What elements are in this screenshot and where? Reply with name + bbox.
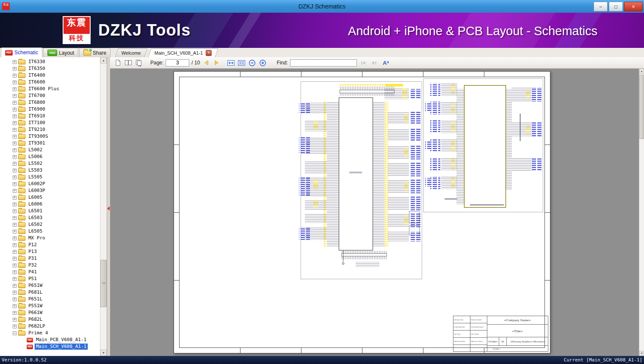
expand-toggle[interactable]: −: [13, 331, 17, 335]
scrollbar-thumb[interactable]: [100, 260, 107, 307]
expand-toggle[interactable]: +: [13, 94, 17, 98]
scrollbar-thumb[interactable]: [639, 75, 644, 139]
expand-toggle[interactable]: +: [13, 169, 17, 172]
scroll-up-icon[interactable]: ▲: [100, 57, 107, 64]
zoom-out-button[interactable]: [248, 58, 256, 67]
tree-item[interactable]: PDF Main_PCB_V608_A1-1: [0, 336, 100, 343]
find-next-icon[interactable]: [370, 58, 378, 67]
expand-toggle[interactable]: +: [13, 257, 17, 261]
expand-toggle[interactable]: +: [13, 87, 17, 91]
text-size-icon[interactable]: Aª: [383, 60, 389, 66]
expand-toggle[interactable]: +: [13, 209, 17, 213]
maximize-button[interactable]: □: [609, 2, 623, 11]
tree-item[interactable]: + P661W: [0, 309, 100, 316]
tree-item[interactable]: + P51: [0, 275, 100, 282]
expand-toggle[interactable]: +: [13, 216, 17, 220]
tree-item[interactable]: + L6006: [0, 201, 100, 208]
expand-toggle[interactable]: +: [13, 128, 17, 132]
page-layout-icon[interactable]: [135, 58, 143, 67]
tab-layout[interactable]: PADS Layout: [43, 48, 78, 57]
expand-toggle[interactable]: +: [13, 203, 17, 206]
schematic-page[interactable]: <Company Name> <Title> <Code> A1 <Drawin…: [174, 71, 550, 353]
tree-item[interactable]: + L5006: [0, 153, 100, 160]
tree-item[interactable]: + L6505: [0, 228, 100, 235]
tree-item[interactable]: + IT6400: [0, 72, 100, 79]
doc-tab-welcome[interactable]: Welcome: [115, 48, 147, 57]
expand-toggle[interactable]: +: [13, 250, 17, 254]
tab-schematic[interactable]: PDF Schematic: [1, 47, 42, 57]
scroll-down-icon[interactable]: ▼: [100, 350, 107, 356]
expand-toggle[interactable]: +: [13, 60, 17, 64]
tree-item[interactable]: + P682LP: [0, 323, 100, 330]
expand-toggle[interactable]: +: [13, 264, 17, 267]
tree-item[interactable]: + IT6600: [0, 79, 100, 86]
tree-item[interactable]: + P41: [0, 269, 100, 275]
tree-item[interactable]: + IT6910: [0, 113, 100, 119]
expand-toggle[interactable]: +: [13, 74, 17, 78]
expand-toggle[interactable]: +: [13, 175, 17, 179]
tree-item[interactable]: + IT9210: [0, 126, 100, 133]
expand-toggle[interactable]: +: [13, 142, 17, 145]
sidebar-scrollbar[interactable]: ▲ ▼: [100, 57, 107, 356]
tree-item[interactable]: + P651L: [0, 296, 100, 303]
expand-toggle[interactable]: +: [13, 284, 17, 288]
tree-item[interactable]: + L5505: [0, 174, 100, 181]
tree-item[interactable]: + IT6900: [0, 106, 100, 113]
expand-toggle[interactable]: +: [13, 148, 17, 152]
expand-toggle[interactable]: +: [13, 114, 17, 118]
zoom-in-button[interactable]: [258, 58, 267, 67]
find-input[interactable]: [290, 59, 357, 67]
expand-toggle[interactable]: +: [13, 162, 17, 166]
tree-item[interactable]: + P682L: [0, 316, 100, 323]
tree-item[interactable]: + P651W: [0, 282, 100, 289]
expand-toggle[interactable]: +: [13, 291, 17, 295]
tree-item[interactable]: + IT9301: [0, 140, 100, 147]
expand-toggle[interactable]: +: [13, 230, 17, 233]
single-page-icon[interactable]: [113, 58, 122, 67]
tree-item[interactable]: + IT6330: [0, 58, 100, 65]
expand-toggle[interactable]: +: [13, 155, 17, 159]
expand-toggle[interactable]: +: [13, 223, 17, 227]
expand-toggle[interactable]: +: [13, 325, 17, 328]
tree-item[interactable]: + L6503: [0, 214, 100, 221]
tree-item[interactable]: + P681L: [0, 289, 100, 296]
expand-toggle[interactable]: +: [13, 270, 17, 274]
expand-toggle[interactable]: +: [13, 236, 17, 240]
expand-toggle[interactable]: +: [13, 297, 17, 301]
viewer-scrollbar[interactable]: ▲ ▼: [639, 69, 644, 356]
tree-item[interactable]: PDF Main_SCH_V608_A1-1: [0, 343, 100, 350]
tree-item[interactable]: + P13: [0, 248, 100, 255]
expand-toggle[interactable]: +: [13, 101, 17, 105]
tree-item[interactable]: + L6502: [0, 221, 100, 228]
doc-tab-main-sch[interactable]: Main_SCH_V608_A1-1 ×: [148, 48, 218, 57]
collapse-sidebar-icon[interactable]: [107, 206, 110, 211]
pdf-viewer-canvas[interactable]: <Company Name> <Title> <Code> A1 <Drawin…: [110, 69, 639, 356]
prev-page-button[interactable]: [202, 58, 210, 67]
find-previous-icon[interactable]: [359, 58, 368, 67]
expand-toggle[interactable]: +: [13, 277, 17, 281]
tree-item[interactable]: + IT6800: [0, 99, 100, 106]
expand-toggle[interactable]: +: [13, 243, 17, 247]
expand-toggle[interactable]: +: [13, 311, 17, 315]
tree-item[interactable]: + P12: [0, 242, 100, 248]
tree-item[interactable]: + P32: [0, 262, 100, 269]
doc-tab-close-icon[interactable]: ×: [206, 50, 212, 56]
scroll-down-icon[interactable]: ▼: [639, 351, 644, 356]
expand-toggle[interactable]: +: [13, 189, 17, 193]
expand-toggle[interactable]: +: [13, 67, 17, 71]
close-button[interactable]: ×: [624, 2, 643, 11]
expand-toggle[interactable]: +: [13, 121, 17, 125]
tree-item[interactable]: + IT7100: [0, 119, 100, 126]
tree-item[interactable]: + IT6700: [0, 92, 100, 99]
expand-toggle[interactable]: +: [13, 135, 17, 139]
page-number-input[interactable]: [166, 59, 189, 67]
tree-item[interactable]: + L5503: [0, 167, 100, 174]
tree-item[interactable]: + P551W: [0, 303, 100, 309]
tree-item[interactable]: + L5502: [0, 160, 100, 167]
minimize-button[interactable]: −: [594, 2, 608, 11]
facing-pages-icon[interactable]: [124, 58, 133, 67]
next-page-button[interactable]: [213, 58, 221, 67]
fit-width-button[interactable]: [227, 58, 235, 67]
tree-item[interactable]: + MX Pro: [0, 235, 100, 242]
tree-item[interactable]: − Prime 4: [0, 330, 100, 336]
